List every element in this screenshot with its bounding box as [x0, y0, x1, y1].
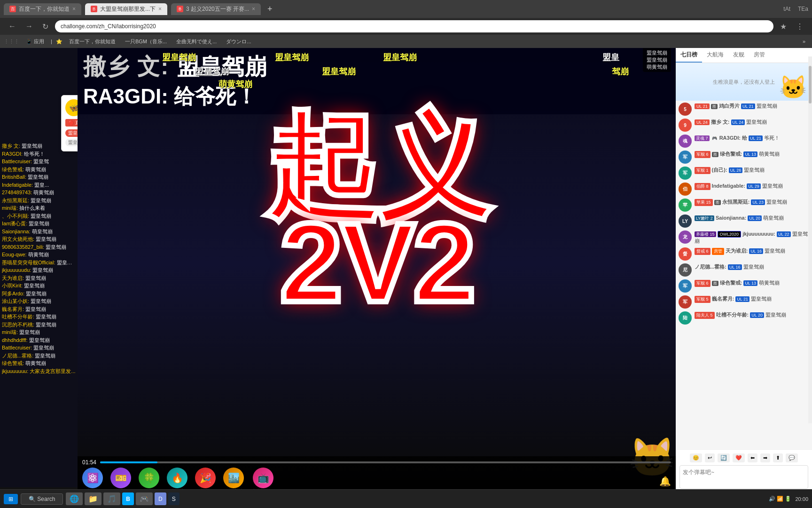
rc-soul-3: 灵魂 7 — [695, 135, 710, 141]
rc-user-2: 撤乡 文: — [711, 119, 730, 125]
tab-main[interactable]: B 大盟皇驾崩那里发...下 × — [85, 3, 167, 15]
rc-content-5: 军舰 1 (自己): UL 26 盟皇驾崩 — [695, 167, 809, 174]
bookmark-dl[interactable]: ダウンロ... — [223, 37, 254, 46]
browser-tab-bar: 百 百度一下，你就知道 × B 大盟皇驾崩那里发...下 × B 3 起义202… — [0, 0, 812, 18]
rc-text-10: 盟皇驾崩 — [765, 248, 785, 254]
reaction-btn-8[interactable]: 💬 — [786, 453, 798, 462]
icon-ticket-circle: 🎫 — [110, 468, 131, 488]
chat-line-13: 用文火烧死他: 盟皇驾崩 — [2, 235, 76, 243]
menu-button[interactable]: ⋮ — [793, 21, 806, 32]
rc-ul-4: UL 13 — [743, 151, 757, 157]
rc-user-9: jkjuuuuuuuu: — [742, 231, 775, 237]
rc-user-4: 绿色警戒: — [720, 151, 742, 157]
tab-favicon-main: B — [91, 6, 97, 12]
chat-line-16: 墨喵星突突母舰Official: 盟皇驾崩 — [2, 259, 76, 267]
user-popup: 🦋 萌黄驾崩 UP 17 🔴 直播 盟皇驾崩 盟皇驾崩 — [61, 95, 78, 151]
taskbar-music[interactable]: 🎵 — [103, 492, 120, 505]
search-taskbar[interactable]: 🔍 Search — [21, 493, 63, 505]
chat-line-28: ノ尼德...霍格: 盟皇驾崩 — [2, 352, 76, 360]
tab-close-tournament[interactable]: × — [252, 6, 255, 12]
back-button[interactable]: ← — [6, 21, 19, 32]
reaction-btn-7[interactable]: ⬆ — [773, 453, 783, 462]
reaction-btn-1[interactable]: 😊 — [690, 453, 702, 462]
rc-content-3: 灵魂 7 🎮 RA3GDI: 给 UL 21 爷死！ — [695, 135, 809, 142]
time-current: 01:54 — [82, 459, 96, 466]
rc-ul-5: UL 26 — [729, 167, 743, 173]
rc-avatar-14: 陆 — [679, 311, 692, 325]
bookmark-music[interactable]: 全曲无料で使え... — [173, 37, 219, 46]
rc-text-1: 盟皇驾崩 — [757, 103, 777, 109]
rc-fan-8: LY嫩叶 2 — [695, 215, 714, 221]
address-text: challonge.com/zh_CN/laborrising2020 — [61, 23, 156, 30]
taskbar-chrome[interactable]: 🌐 — [66, 492, 83, 505]
tab-label-baidu: 百度一下，你就知道 — [19, 5, 70, 13]
taskbar-bilibili[interactable]: B — [122, 492, 134, 505]
chat-line-4: 绿色警戒: 萌黄驾崩 — [2, 166, 76, 174]
bookmark-bgm[interactable]: 一只BGM（音乐... — [122, 37, 170, 46]
chat-line-19: 小琪Kirit: 盟皇驾崩 — [2, 282, 76, 290]
tab-alliance[interactable]: 友舰 — [728, 48, 749, 63]
taskbar-files[interactable]: 📁 — [85, 492, 102, 505]
reaction-btn-2[interactable]: ↩ — [705, 453, 715, 462]
rc-fan-9: 养藤楼 15 — [695, 231, 716, 237]
bookmark-sep1: | — [51, 39, 52, 44]
rc-text-6: 盟皇驾崩 — [762, 183, 783, 189]
right-scroll-bar[interactable] — [808, 56, 812, 423]
tab-baidu[interactable]: 百 百度一下，你就知道 × — [4, 3, 81, 15]
mascot-text-display: 生稚浪是单，还没有人登上 — [709, 75, 779, 89]
rc-item-9: 龙 养藤楼 15 OWL2020 jkjuuuuuuuu: UL 22 盟皇驾崩 — [679, 230, 809, 245]
rc-ul-14: UL 20 — [750, 312, 764, 318]
rc-item-11: 尼 ノ尼德...霍格: UL 16 盟皇驾崩 — [679, 263, 809, 277]
bookmark-more[interactable]: » — [800, 38, 808, 45]
reaction-btn-4[interactable]: ❤️ — [733, 453, 745, 462]
popup-tag1: 盟皇驾崩 — [65, 129, 78, 137]
rc-text-3: 爷死！ — [764, 135, 780, 141]
tab-manager[interactable]: 房管 — [749, 48, 770, 63]
rc-ul-8: UL 20 — [748, 215, 762, 221]
taskbar-steam[interactable]: S — [168, 492, 180, 505]
rc-content-14: 陆夫人 5 吐槽不分年龄: UL 20 盟皇驾崩 — [695, 311, 809, 319]
forward-button[interactable]: → — [23, 21, 36, 32]
icon-tv-circle: 📺 — [253, 468, 273, 488]
reaction-btn-5[interactable]: ⬅ — [748, 453, 757, 462]
progress-bar[interactable] — [100, 461, 671, 463]
rc-user-13: 巍名雾月: — [712, 296, 734, 302]
taskbar-discord[interactable]: D — [155, 492, 166, 505]
right-chat-list: 5 UL 21 图 鸡白秀片 UL 21 盟皇驾崩 9 UL 24 撤乡 文: … — [676, 101, 812, 449]
bookmark-button[interactable]: ★ — [777, 21, 789, 32]
chat-line-23: 吐槽不分年龄: 盟皇驾崩 — [2, 313, 76, 321]
tab-voyage[interactable]: 大航海 — [702, 48, 728, 63]
chat-line-24: 沉思的不朽桃: 盟皇驾崩 — [2, 321, 76, 329]
rc-ul-9: UL 22 — [777, 231, 791, 237]
rc-text-11: 盟皇驾崩 — [743, 264, 764, 270]
refresh-button[interactable]: ↻ — [39, 21, 51, 32]
right-scroll-thumb[interactable] — [809, 66, 812, 103]
start-button[interactable]: ⊞ — [4, 494, 18, 504]
rc-item-6: 伯 伯爵 8 Indefatigable: UL 29 盟皇驾崩 — [679, 183, 809, 196]
channel-name: 撤乡 文: — [83, 54, 177, 79]
reaction-btn-6[interactable]: ➡ — [760, 453, 770, 462]
rc-avatar-8: LY — [679, 214, 692, 228]
rc-user-12: 绿色警戒: — [720, 280, 742, 286]
bookmark-baidu[interactable]: 百度一下，你就知道 — [66, 37, 118, 46]
tab-close-main[interactable]: × — [158, 6, 162, 12]
rc-fan-4: 军舰 6 — [695, 151, 710, 158]
tab-tournament[interactable]: B 3 起义2020五一赛 开赛... × — [171, 3, 261, 15]
channel-slogan: 盟皇驾崩 — [177, 54, 267, 79]
taskbar-game[interactable]: 🎮 — [136, 492, 153, 505]
tab-weekly[interactable]: 七日榜 — [676, 48, 702, 63]
rc-item-4: 军 军舰 6 图 绿色警戒: UL 13 萌黄驾崩 — [679, 151, 809, 164]
rc-text-4: 萌黄驾崩 — [759, 151, 780, 157]
right-panel: 七日榜 大航海 友舰 房管 生稚浪是单，还没有人登上 🐱 5 UL 21 图 鸡… — [676, 48, 812, 508]
danmaku-input[interactable] — [679, 465, 808, 489]
chat-line-11: Iam潘心蛋: 盟皇驾崩 — [2, 220, 76, 228]
chat-line-25: mini瑞: 盟皇驾崩 — [2, 328, 76, 336]
new-tab-button[interactable]: + — [265, 4, 275, 14]
bookmark-apps[interactable]: 📱 应用 — [23, 37, 47, 46]
reaction-btn-3[interactable]: 🔄 — [718, 453, 730, 462]
tab-close-baidu[interactable]: × — [72, 6, 76, 12]
chat-line-5: BritishBall: 盟皇驾崩 — [2, 173, 76, 181]
video-header-text: 撤乡 文: 盟皇驾崩 RA3GDI: 给爷死！ — [78, 48, 676, 114]
address-bar[interactable]: challonge.com/zh_CN/laborrising2020 — [55, 20, 773, 32]
icon-jump-circle: ⚛️ — [82, 468, 103, 488]
